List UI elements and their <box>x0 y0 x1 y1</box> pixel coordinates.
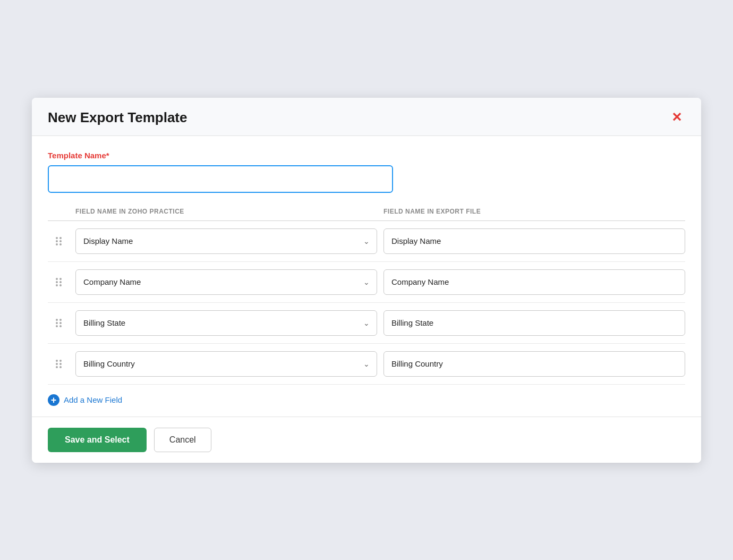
drag-handle[interactable] <box>48 358 69 370</box>
dialog-footer: Save and Select Cancel <box>32 417 701 463</box>
drag-dot <box>56 243 58 245</box>
field-select-wrapper: Display Name Company Name Billing State … <box>75 228 377 254</box>
drag-handle[interactable] <box>48 276 69 289</box>
field-select[interactable]: Display Name Company Name Billing State … <box>75 310 377 336</box>
drag-dot <box>59 240 62 242</box>
drag-dot <box>59 322 62 324</box>
drag-dot <box>56 240 58 242</box>
drag-dot <box>56 322 58 324</box>
add-new-field-button[interactable]: + Add a New Field <box>48 394 122 406</box>
drag-dot <box>56 363 58 365</box>
field-select[interactable]: Display Name Company Name Billing State … <box>75 228 377 254</box>
export-field-input[interactable] <box>383 228 685 254</box>
template-name-label: Template Name* <box>48 151 685 160</box>
field-select-wrapper: Display Name Company Name Billing State … <box>75 310 377 336</box>
drag-dot <box>56 278 58 280</box>
add-field-label: Add a New Field <box>64 395 122 404</box>
field-select[interactable]: Display Name Company Name Billing State … <box>75 269 377 295</box>
export-field-input[interactable] <box>383 310 685 336</box>
cancel-button[interactable]: Cancel <box>154 428 211 452</box>
field-select-wrapper: Display Name Company Name Billing State … <box>75 269 377 295</box>
fields-header: FIELD NAME IN ZOHO PRACTICE FIELD NAME I… <box>48 208 685 221</box>
dialog-header: New Export Template ✕ <box>32 98 701 136</box>
drag-dot <box>56 319 58 321</box>
drag-handle[interactable] <box>48 235 69 248</box>
template-name-section: Template Name* <box>48 151 685 193</box>
col-header-export: FIELD NAME IN EXPORT FILE <box>383 208 685 215</box>
drag-dot <box>59 360 62 362</box>
fields-section: FIELD NAME IN ZOHO PRACTICE FIELD NAME I… <box>48 208 685 385</box>
drag-dot <box>56 284 58 286</box>
save-and-select-button[interactable]: Save and Select <box>48 428 147 452</box>
drag-handle[interactable] <box>48 317 69 329</box>
export-field-input[interactable] <box>383 269 685 295</box>
new-export-template-dialog: New Export Template ✕ Template Name* FIE… <box>32 98 701 463</box>
drag-dot <box>59 319 62 321</box>
close-button[interactable]: ✕ <box>668 110 685 125</box>
drag-dot <box>56 366 58 368</box>
drag-dot <box>59 366 62 368</box>
col-header-zoho: FIELD NAME IN ZOHO PRACTICE <box>75 208 377 215</box>
field-select[interactable]: Display Name Company Name Billing State … <box>75 351 377 377</box>
table-row: Display Name Company Name Billing State … <box>48 221 685 262</box>
plus-icon: + <box>48 394 59 406</box>
drag-dot <box>59 243 62 245</box>
table-row: Display Name Company Name Billing State … <box>48 303 685 344</box>
template-name-input[interactable] <box>48 165 393 193</box>
drag-dot <box>59 237 62 239</box>
drag-dot <box>59 325 62 327</box>
dialog-body: Template Name* FIELD NAME IN ZOHO PRACTI… <box>32 136 701 417</box>
drag-dot <box>59 278 62 280</box>
drag-dot <box>59 281 62 283</box>
export-field-input[interactable] <box>383 351 685 377</box>
drag-dot <box>59 284 62 286</box>
field-select-wrapper: Display Name Company Name Billing State … <box>75 351 377 377</box>
drag-dot <box>56 281 58 283</box>
drag-dot <box>56 325 58 327</box>
dialog-title: New Export Template <box>48 109 187 126</box>
table-row: Display Name Company Name Billing State … <box>48 344 685 385</box>
drag-dot <box>59 363 62 365</box>
table-row: Display Name Company Name Billing State … <box>48 262 685 303</box>
drag-dot <box>56 360 58 362</box>
drag-dot <box>56 237 58 239</box>
